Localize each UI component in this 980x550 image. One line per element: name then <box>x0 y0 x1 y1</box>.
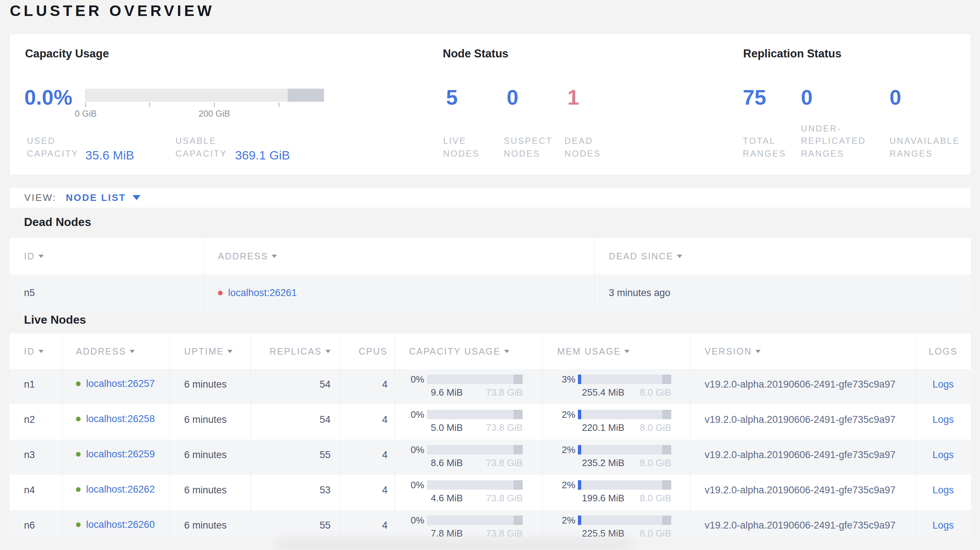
uptime-cell: 6 minutes <box>184 449 227 461</box>
version-cell: v19.2.0-alpha.20190606-2491-gfe735c9a97 <box>705 484 896 496</box>
logs-cell: Logs <box>915 449 971 461</box>
stat-value: 1 <box>567 85 579 109</box>
cpus-cell: 4 <box>340 449 388 461</box>
mem-used-value: 235.2 MiB <box>578 457 624 469</box>
replication-status-stats: 75 TOTAL RANGES 0 UNDER- REPLICATED RANG… <box>743 34 973 175</box>
cpus-cell: 4 <box>340 520 388 531</box>
column-header-capacity-usage[interactable]: CAPACITY USAGE <box>409 334 509 369</box>
column-divider <box>204 238 204 312</box>
mem-usage-meter <box>578 375 671 384</box>
live-status-dot-icon <box>76 382 81 386</box>
live-status-dot-icon <box>76 416 81 421</box>
dead-column-header-dead-since[interactable]: DEAD SINCE <box>609 238 682 274</box>
node-address-link[interactable]: localhost:26262 <box>86 483 155 495</box>
node-id-cell: n6 <box>24 520 35 531</box>
column-divider <box>62 334 62 537</box>
capacity-total-value: 73.8 GiB <box>486 493 523 504</box>
capacity-percent: 0% <box>408 409 424 420</box>
replication-stat: 0 UNDER- REPLICATED RANGES <box>801 34 889 175</box>
node-address-link[interactable]: localhost:26258 <box>86 413 155 424</box>
capacity-bar-reserved-segment <box>288 89 324 102</box>
uptime-cell: 6 minutes <box>184 378 227 390</box>
mem-usage-cell: 2% 220.1 MiB 8.0 GiB <box>557 410 673 433</box>
node-address-cell: localhost:26262 <box>76 483 155 495</box>
mem-percent: 2% <box>557 409 575 420</box>
node-status-stat: 5 LIVE NODES <box>443 34 504 175</box>
capacity-total-value: 73.8 GiB <box>486 387 523 398</box>
logs-link[interactable]: Logs <box>932 520 954 531</box>
live-nodes-heading: Live Nodes <box>24 313 86 327</box>
capacity-usage-bar <box>85 89 324 102</box>
dead-column-header-id[interactable]: ID <box>24 238 44 274</box>
node-address-cell: localhost:26259 <box>76 448 155 460</box>
capacity-usage-meter <box>427 375 523 384</box>
live-node-row: n4 localhost:26262 6 minutes 53 4 0% <box>10 475 971 510</box>
mem-usage-cell: 2% 225.5 MiB 8.0 GiB <box>557 515 673 537</box>
stat-label: DEAD NODES <box>565 135 601 160</box>
logs-cell: Logs <box>915 378 971 390</box>
mem-usage-cell: 2% 235.2 MiB 8.0 GiB <box>557 445 673 469</box>
logs-link[interactable]: Logs <box>932 485 954 496</box>
node-id-cell: n3 <box>24 449 35 461</box>
capacity-used-value: 5.0 MiB <box>427 422 463 433</box>
sort-arrow-icon <box>756 350 760 353</box>
dead-nodes-heading: Dead Nodes <box>24 215 91 229</box>
node-address-link[interactable]: localhost:26257 <box>86 378 155 389</box>
column-header-uptime[interactable]: UPTIME <box>184 334 232 369</box>
capacity-total-value: 73.8 GiB <box>486 422 523 433</box>
capacity-usage-cell: 0% 8.6 MiB 73.8 GiB <box>408 445 525 469</box>
cpus-cell: 4 <box>340 378 388 390</box>
logs-link[interactable]: Logs <box>932 379 954 390</box>
chevron-down-icon <box>132 195 141 200</box>
column-divider <box>340 334 341 537</box>
cpus-cell: 4 <box>340 484 388 496</box>
version-cell: v19.2.0-alpha.20190606-2491-gfe735c9a97 <box>705 378 896 390</box>
node-id-cell: n1 <box>24 378 35 390</box>
node-address-link[interactable]: localhost:26260 <box>86 519 155 530</box>
dead-column-header-address[interactable]: ADDRESS <box>218 238 277 274</box>
logs-cell: Logs <box>915 414 971 425</box>
stat-label: SUSPECT NODES <box>504 135 552 160</box>
capacity-total-value: 73.8 GiB <box>486 528 523 537</box>
mem-meter-reserved-segment <box>662 445 671 455</box>
column-divider <box>594 238 595 312</box>
column-header-logs: LOGS <box>915 334 971 369</box>
dead-nodes-table: ID ADDRESS DEAD SINCE n5 localhost:26261… <box>10 238 971 312</box>
sort-arrow-icon <box>624 350 630 353</box>
sort-arrow-icon <box>38 255 44 258</box>
live-nodes-rows: n1 localhost:26257 6 minutes 54 4 0% <box>10 369 971 537</box>
cluster-overview-page: CLUSTER OVERVIEW Capacity Usage 0.0% 0 G… <box>0 0 980 550</box>
cpus-cell: 4 <box>340 414 388 425</box>
node-address-cell: localhost:26257 <box>76 378 155 389</box>
view-dropdown[interactable]: NODE LIST <box>66 192 141 203</box>
capacity-used-value: 4.6 MiB <box>427 493 463 504</box>
capacity-used-value: 9.6 MiB <box>427 387 463 398</box>
capacity-usage-meter <box>427 515 523 525</box>
column-divider <box>690 334 690 537</box>
capacity-meter-reserved-segment <box>514 480 523 490</box>
live-status-dot-icon <box>76 452 81 457</box>
dead-since-cell: 3 minutes ago <box>609 274 671 312</box>
view-dropdown-value: NODE LIST <box>66 192 126 203</box>
column-header-mem-usage[interactable]: MEM USAGE <box>557 334 630 369</box>
uptime-cell: 6 minutes <box>184 520 227 531</box>
node-address-link[interactable]: localhost:26259 <box>86 448 155 460</box>
logs-link[interactable]: Logs <box>932 449 954 460</box>
column-header-version[interactable]: VERSION <box>705 334 760 369</box>
logs-cell: Logs <box>915 484 971 496</box>
replicas-cell: 55 <box>251 520 331 531</box>
column-header-address[interactable]: ADDRESS <box>76 334 135 369</box>
capacity-usage-cell: 0% 5.0 MiB 73.8 GiB <box>408 410 525 433</box>
mem-used-value: 199.6 MiB <box>578 493 624 504</box>
cluster-summary-panel: Capacity Usage 0.0% 0 GiB 200 GiB USED C… <box>10 34 971 175</box>
column-header-id[interactable]: ID <box>24 334 44 369</box>
logs-link[interactable]: Logs <box>932 414 954 425</box>
mem-used-value: 225.5 MiB <box>578 528 624 537</box>
capacity-usage-cell: 0% 9.6 MiB 73.8 GiB <box>408 375 525 398</box>
axis-tick-label: 200 GiB <box>199 109 230 119</box>
node-id-cell: n5 <box>24 274 35 312</box>
mem-meter-reserved-segment <box>662 410 671 419</box>
node-address-link[interactable]: localhost:26261 <box>228 287 297 299</box>
column-header-replicas[interactable]: REPLICAS <box>251 334 331 369</box>
mem-meter-fill <box>578 445 581 455</box>
